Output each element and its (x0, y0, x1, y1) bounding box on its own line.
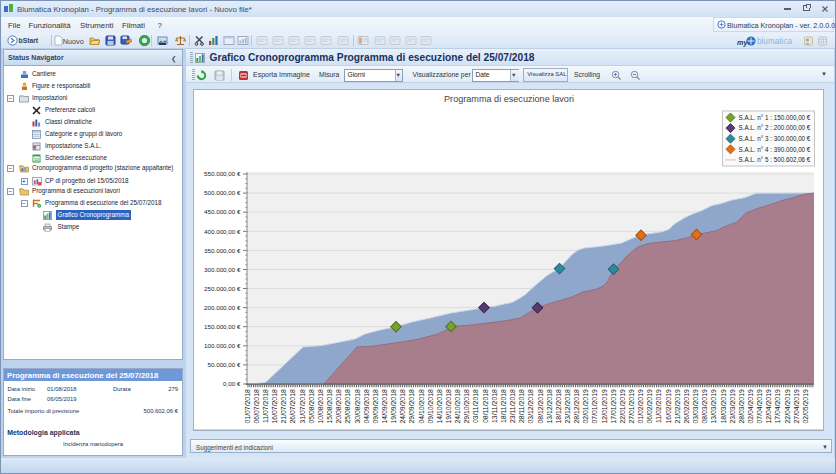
svg-text:12/04/2019: 12/04/2019 (765, 389, 772, 423)
svg-text:01/02/2019: 01/02/2019 (637, 389, 644, 423)
svg-text:29/10/2018: 29/10/2018 (463, 389, 470, 423)
svg-text:08/03/2019: 08/03/2019 (701, 389, 708, 423)
svg-text:19/09/2018: 19/09/2018 (390, 389, 397, 423)
svg-text:17/01/2019: 17/01/2019 (610, 389, 617, 423)
svg-text:18/11/2018: 18/11/2018 (500, 389, 507, 423)
svg-text:27/01/2019: 27/01/2019 (628, 389, 635, 423)
svg-text:350.000,00 €: 350.000,00 € (204, 247, 241, 254)
svg-text:09/09/2018: 09/09/2018 (372, 389, 379, 423)
svg-text:02/01/2019: 02/01/2019 (582, 389, 589, 423)
svg-text:07/01/2019: 07/01/2019 (591, 389, 598, 423)
svg-text:300.000,00 €: 300.000,00 € (204, 266, 241, 273)
svg-text:S.A.L. n° 3 : 300.000,00 €: S.A.L. n° 3 : 300.000,00 € (739, 135, 811, 142)
svg-text:28/03/2019: 28/03/2019 (738, 389, 745, 423)
svg-text:13/12/2018: 13/12/2018 (546, 389, 553, 423)
svg-text:01/07/2018: 01/07/2018 (244, 389, 251, 423)
svg-text:26/02/2019: 26/02/2019 (683, 389, 690, 423)
svg-text:12/01/2019: 12/01/2019 (601, 389, 608, 423)
svg-text:08/11/2018: 08/11/2018 (482, 389, 489, 423)
svg-text:09/10/2018: 09/10/2018 (427, 389, 434, 423)
svg-text:03/12/2018: 03/12/2018 (527, 389, 534, 423)
svg-text:20/08/2018: 20/08/2018 (335, 389, 342, 423)
svg-text:10/08/2018: 10/08/2018 (317, 389, 324, 423)
svg-text:28/11/2018: 28/11/2018 (518, 389, 525, 423)
svg-text:0,00 €: 0,00 € (223, 380, 241, 387)
svg-text:31/07/2018: 31/07/2018 (299, 389, 306, 423)
svg-text:S.A.L. n° 2 : 200.000,00 €: S.A.L. n° 2 : 200.000,00 € (739, 124, 811, 131)
svg-text:08/12/2018: 08/12/2018 (537, 389, 544, 423)
svg-text:23/12/2018: 23/12/2018 (564, 389, 571, 423)
svg-text:06/02/2019: 06/02/2019 (646, 389, 653, 423)
svg-text:21/02/2019: 21/02/2019 (674, 389, 681, 423)
svg-text:500.000,00 €: 500.000,00 € (204, 189, 241, 196)
svg-text:13/11/2018: 13/11/2018 (491, 389, 498, 423)
svg-text:17/04/2019: 17/04/2019 (774, 389, 781, 423)
svg-text:04/09/2018: 04/09/2018 (363, 389, 370, 423)
svg-text:30/08/2018: 30/08/2018 (354, 389, 361, 423)
svg-text:03/11/2018: 03/11/2018 (472, 389, 479, 423)
svg-text:16/07/2018: 16/07/2018 (271, 389, 278, 423)
svg-text:450.000,00 €: 450.000,00 € (204, 208, 241, 215)
svg-text:200.000,00 €: 200.000,00 € (204, 304, 241, 311)
svg-text:23/03/2019: 23/03/2019 (729, 389, 736, 423)
svg-text:25/08/2018: 25/08/2018 (344, 389, 351, 423)
svg-text:06/07/2018: 06/07/2018 (253, 389, 260, 423)
svg-text:19/10/2018: 19/10/2018 (445, 389, 452, 423)
svg-text:14/09/2018: 14/09/2018 (381, 389, 388, 423)
svg-text:50.000,00 €: 50.000,00 € (207, 361, 241, 368)
svg-text:550.000,00 €: 550.000,00 € (204, 170, 241, 177)
svg-text:S.A.L. n° 1 : 150.000,00 €: S.A.L. n° 1 : 150.000,00 € (739, 114, 811, 121)
svg-text:23/11/2018: 23/11/2018 (509, 389, 516, 423)
svg-text:18/03/2019: 18/03/2019 (720, 389, 727, 423)
svg-text:250.000,00 €: 250.000,00 € (204, 285, 241, 292)
svg-text:11/07/2018: 11/07/2018 (262, 389, 269, 423)
svg-text:100.000,00 €: 100.000,00 € (204, 342, 241, 349)
svg-text:05/08/2018: 05/08/2018 (308, 389, 315, 423)
svg-text:14/10/2018: 14/10/2018 (436, 389, 443, 423)
svg-text:29/09/2018: 29/09/2018 (408, 389, 415, 423)
svg-text:18/12/2018: 18/12/2018 (555, 389, 562, 423)
svg-text:26/07/2018: 26/07/2018 (289, 389, 296, 423)
svg-text:03/03/2019: 03/03/2019 (692, 389, 699, 423)
svg-text:24/10/2018: 24/10/2018 (454, 389, 461, 423)
svg-text:400.000,00 €: 400.000,00 € (204, 228, 241, 235)
svg-text:16/02/2019: 16/02/2019 (665, 389, 672, 423)
svg-text:11/02/2019: 11/02/2019 (655, 389, 662, 423)
svg-text:22/01/2019: 22/01/2019 (619, 389, 626, 423)
svg-text:Programma di esecuzione lavori: Programma di esecuzione lavori (444, 94, 574, 104)
svg-text:150.000,00 €: 150.000,00 € (204, 323, 241, 330)
svg-text:22/04/2019: 22/04/2019 (784, 389, 791, 423)
svg-text:28/12/2018: 28/12/2018 (573, 389, 580, 423)
svg-text:02/04/2019: 02/04/2019 (747, 389, 754, 423)
svg-text:15/08/2018: 15/08/2018 (326, 389, 333, 423)
svg-text:02/05/2019: 02/05/2019 (802, 389, 809, 423)
svg-text:13/03/2019: 13/03/2019 (710, 389, 717, 423)
svg-text:04/10/2018: 04/10/2018 (418, 389, 425, 423)
svg-text:27/04/2019: 27/04/2019 (793, 389, 800, 423)
svg-text:21/07/2018: 21/07/2018 (280, 389, 287, 423)
svg-text:S.A.L. n° 4 : 390.000,00 €: S.A.L. n° 4 : 390.000,00 € (739, 146, 811, 153)
svg-text:S.A.L. n° 5 : 500.602,06 €: S.A.L. n° 5 : 500.602,06 € (739, 156, 811, 163)
svg-text:10: 10 (34, 156, 39, 161)
svg-text:07/04/2019: 07/04/2019 (756, 389, 763, 423)
svg-text:24/09/2018: 24/09/2018 (399, 389, 406, 423)
